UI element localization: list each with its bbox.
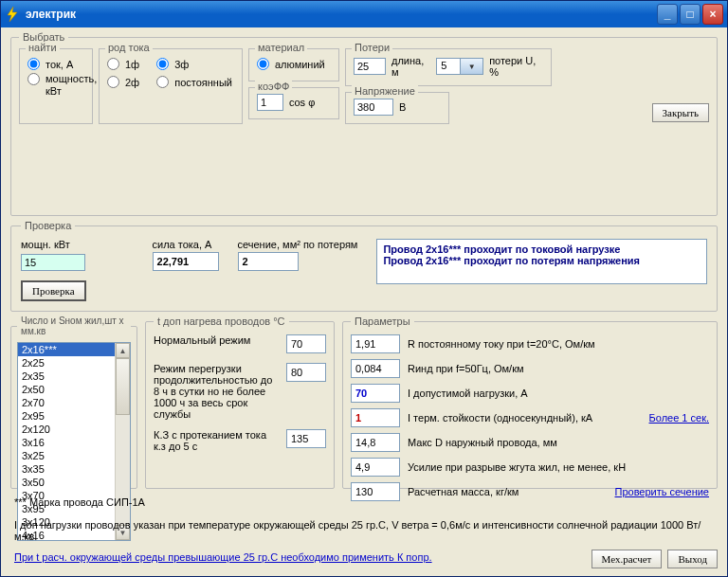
find-group: найти ток, А мощность, кВт — [19, 48, 93, 124]
current-output: 22,791 — [153, 252, 219, 271]
list-item[interactable]: 2x120 — [18, 423, 115, 436]
koeff-input[interactable] — [257, 94, 283, 111]
window-title: электрик — [26, 8, 655, 21]
scroll-thumb[interactable] — [116, 358, 130, 415]
koeff-group: коэФФ cos φ — [248, 87, 339, 119]
wire-listbox[interactable]: 2x16***2x252x352x502x702x952x1203x163x25… — [18, 343, 115, 540]
voltage-input[interactable] — [354, 99, 393, 116]
result-box: Провод 2х16*** проходит по токовой нагру… — [376, 239, 707, 284]
choose-fieldset: Выбрать найти ток, А мощность, кВт род т… — [10, 31, 718, 216]
maximize-button[interactable]: □ — [680, 4, 701, 25]
length-input[interactable] — [354, 58, 386, 75]
radio-current[interactable]: ток, А — [27, 58, 84, 70]
app-window: электрик _ □ × Выбрать найти ток, А мощн… — [0, 0, 728, 577]
close-button[interactable]: Закрыть — [652, 103, 709, 122]
list-item[interactable]: 2x95 — [18, 409, 115, 423]
titlebar: электрик _ □ × — [1, 1, 727, 27]
radio-aluminum[interactable]: алюминий — [257, 58, 331, 70]
param-rind: 0,084 — [351, 359, 400, 378]
wire-list-fieldset: Число и Sном жил,шт x мм.кв 2x16***2x252… — [10, 316, 137, 489]
current-type-group: род тока 1ф 3ф 2ф постоянный — [99, 48, 243, 124]
list-item[interactable]: 2x70 — [18, 396, 115, 409]
radio-power[interactable]: мощность, кВт — [27, 73, 84, 98]
mech-calc-button[interactable]: Мех.расчет — [592, 550, 663, 568]
list-item[interactable]: 3x35 — [18, 462, 115, 476]
params-fieldset: Параметры 1,91R постоянному току при t=2… — [342, 316, 718, 489]
param-iallow: 70 — [351, 384, 400, 403]
param-d: 14,8 — [351, 433, 400, 452]
heat-short-output: 135 — [286, 429, 326, 448]
voltage-group: Напряжение В — [345, 92, 449, 124]
radio-2phase[interactable]: 2ф — [107, 76, 139, 88]
heat-normal-output: 70 — [286, 334, 326, 353]
list-item[interactable]: 3x50 — [18, 476, 115, 489]
section-output: 2 — [238, 252, 299, 271]
power-input[interactable] — [21, 254, 85, 271]
loss-percent-combo[interactable]: 5 ▼ — [436, 58, 483, 75]
param-iterm: 1 — [351, 408, 400, 427]
scrollbar[interactable]: ▲ ▼ — [115, 343, 130, 540]
close-window-button[interactable]: × — [702, 4, 723, 25]
more-1sec-link[interactable]: Более 1 сек. — [649, 412, 709, 424]
list-item[interactable]: 2x16*** — [18, 343, 115, 356]
radio-3phase[interactable]: 3ф — [156, 58, 189, 70]
list-item[interactable]: 2x35 — [18, 370, 115, 383]
minimize-button[interactable]: _ — [657, 4, 678, 25]
param-force: 4,9 — [351, 458, 400, 477]
check-fieldset: Проверка мощн. кВт Проверка сила тока, А… — [10, 220, 718, 312]
bolt-icon — [5, 7, 20, 22]
material-group: материал алюминий — [248, 48, 339, 81]
losses-group: Потери длина, м 5 ▼ потери U, % — [345, 48, 552, 86]
note-brand: *** Марка провода СИП-1А — [14, 496, 714, 508]
list-item[interactable]: 3x16 — [18, 436, 115, 449]
scroll-up-icon[interactable]: ▲ — [116, 343, 130, 358]
correction-link[interactable]: При t расч. окружающей среды превышающие… — [14, 551, 432, 563]
exit-button[interactable]: Выход — [667, 550, 718, 568]
radio-dc[interactable]: постоянный — [156, 76, 232, 88]
check-button[interactable]: Проверка — [21, 280, 86, 301]
heat-overload-output: 80 — [286, 363, 326, 382]
param-r: 1,91 — [351, 334, 400, 353]
chevron-down-icon: ▼ — [460, 59, 482, 74]
note-conditions: I доп нагрузки проводов указан при темпе… — [14, 519, 714, 542]
radio-1phase[interactable]: 1ф — [107, 58, 139, 70]
koeff-label: cos φ — [289, 97, 315, 108]
list-item[interactable]: 3x25 — [18, 449, 115, 462]
heat-fieldset: t доп нагрева проводов °C Нормальный реж… — [145, 316, 335, 489]
list-item[interactable]: 2x50 — [18, 383, 115, 396]
list-item[interactable]: 2x25 — [18, 356, 115, 370]
